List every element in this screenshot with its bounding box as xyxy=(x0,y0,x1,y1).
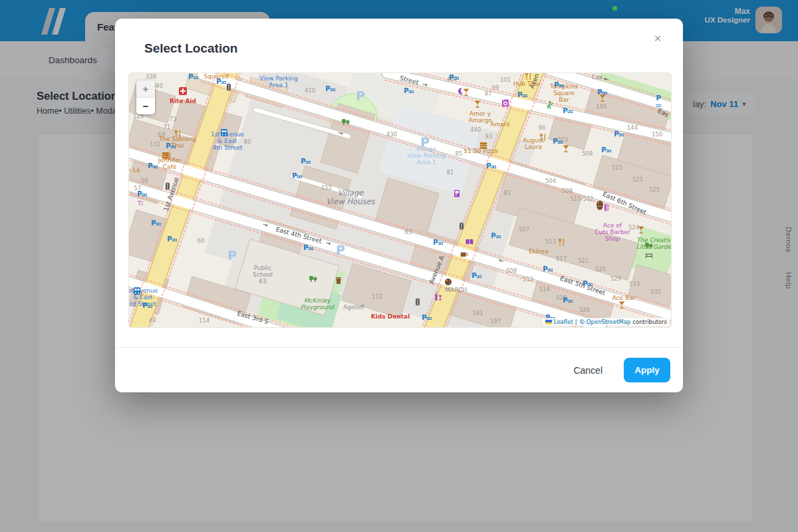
map-label: Ace of Cuts Barber Shop xyxy=(595,222,630,242)
map-label: 520 xyxy=(556,295,567,302)
wine-icon xyxy=(435,293,442,301)
map-label: ← xyxy=(603,75,610,83)
map-label: 508 xyxy=(506,268,517,275)
map-label: 517 xyxy=(556,256,567,263)
status-dot xyxy=(612,6,617,11)
map-label: 101 xyxy=(500,77,511,84)
park-icon: P xyxy=(148,163,158,170)
map-label: 40 xyxy=(149,318,156,325)
app-root: Featu Max UX Designer Dashboards xyxy=(0,0,798,532)
food-icon xyxy=(525,72,532,80)
map-label: Village View Parking Area 1 xyxy=(407,146,446,166)
vend-icon xyxy=(454,190,460,198)
map-label: East 3rd S xyxy=(236,310,269,326)
map-label: Village View Houses xyxy=(327,189,375,206)
light-icon xyxy=(227,84,231,91)
map-label: East 4th Street → xyxy=(275,226,331,247)
map-label: 129 xyxy=(133,114,144,120)
park-icon: P xyxy=(563,108,573,114)
zoom-out-button[interactable]: − xyxy=(136,98,155,114)
map-label: Rite Aid xyxy=(170,98,196,104)
map-label: 155 xyxy=(321,185,332,192)
map-label: 525 xyxy=(595,267,606,273)
map-label: 533 xyxy=(629,281,640,288)
park-icon: P xyxy=(404,88,414,94)
map-label: 73 xyxy=(170,116,177,123)
map-label: East 6th Street xyxy=(601,191,647,217)
park-icon: P xyxy=(433,239,443,246)
map-label: Ace Bar xyxy=(612,295,636,301)
osm-link[interactable]: © OpenStreetMap xyxy=(579,319,631,325)
bigP-icon: P xyxy=(227,248,237,263)
palette-icon xyxy=(597,201,604,208)
map-label: → xyxy=(337,129,344,137)
bigP-icon: P xyxy=(420,135,430,150)
map-label: 82 xyxy=(504,190,511,197)
light-icon xyxy=(416,299,420,306)
park-icon: P xyxy=(449,74,459,81)
map-label: 338 xyxy=(146,74,156,80)
map-label: 512 xyxy=(523,277,533,283)
park-icon: P xyxy=(491,233,501,239)
map-label: 85 xyxy=(456,151,463,158)
map-label: 524 xyxy=(628,225,639,231)
martini-icon xyxy=(563,145,569,153)
map-label: 437 xyxy=(447,76,458,83)
map-label: 150 xyxy=(652,132,662,138)
martini-icon xyxy=(599,94,606,102)
map-label: 140 xyxy=(596,104,606,110)
map-label: 197 xyxy=(490,319,501,325)
map-label: 430 xyxy=(386,132,397,138)
map-label: 131 xyxy=(150,142,160,148)
burger-icon xyxy=(162,152,170,159)
map-label: 69 xyxy=(158,132,166,138)
map-canvas[interactable]: + − Leaflet | © OpenStreetMap contributo… xyxy=(128,72,672,328)
food-icon xyxy=(539,134,547,142)
map-label: 114 xyxy=(199,318,209,325)
map-label: Cox xyxy=(592,74,603,80)
map-label: 410 xyxy=(305,88,315,94)
select-location-modal: Select Location × + − Leaflet | © OpenSt… xyxy=(115,19,683,392)
map-label: 521 xyxy=(578,258,589,265)
burger-icon xyxy=(480,142,487,149)
park-icon: P xyxy=(188,74,198,80)
park-icon: P xyxy=(166,143,176,150)
map-label: 80 xyxy=(244,139,251,146)
map-label: Avenue A xyxy=(428,255,446,285)
map-label: 515 xyxy=(612,165,622,172)
tree-icon xyxy=(309,276,318,283)
apply-button[interactable]: Apply xyxy=(624,358,670,382)
leaflet-flag-icon xyxy=(545,320,552,325)
park-icon: P xyxy=(142,303,152,309)
map-label: Public School 63 xyxy=(253,265,273,285)
bus-icon xyxy=(221,129,227,137)
zoom-in-button[interactable]: + xyxy=(136,80,155,98)
modal-footer: Cancel Apply xyxy=(115,347,683,392)
cancel-button[interactable]: Cancel xyxy=(569,364,606,376)
map-label: Amor y Amargo xyxy=(468,110,491,124)
park-icon: P xyxy=(216,78,226,85)
map-label: 440 xyxy=(470,127,481,134)
map-label: 93 xyxy=(485,134,493,140)
bigP-icon: P xyxy=(356,88,365,103)
map-label: 526 xyxy=(579,307,590,314)
map-label: 144 xyxy=(627,125,638,132)
map-label: Eas xyxy=(656,107,670,118)
park-icon: P xyxy=(292,173,302,180)
map-label: n Lá xyxy=(128,167,140,174)
map-label: 521 xyxy=(632,177,643,184)
map-label: 96 xyxy=(539,125,546,132)
bus-icon xyxy=(134,287,140,295)
food-icon xyxy=(558,239,565,247)
map-label: → xyxy=(262,221,269,229)
map-label: Etérea xyxy=(529,248,548,255)
leaflet-link[interactable]: Leaflet xyxy=(554,319,573,325)
park-icon: P xyxy=(486,163,496,170)
close-icon[interactable]: × xyxy=(648,29,667,48)
moon-icon xyxy=(457,88,464,95)
park-icon: P xyxy=(137,191,147,198)
martini-icon xyxy=(474,100,481,108)
laundry-icon xyxy=(502,100,509,107)
map-label: Squared xyxy=(203,73,228,80)
map-label: 535 xyxy=(650,289,661,296)
